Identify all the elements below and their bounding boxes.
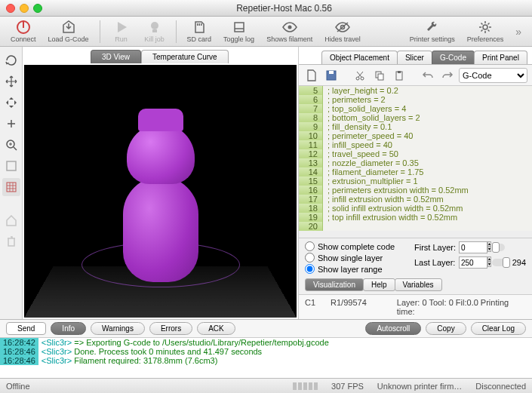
redo-button[interactable] — [439, 67, 456, 84]
window-titlebar: Repetier-Host Mac 0.56 — [0, 0, 532, 17]
gear-icon — [478, 20, 493, 35]
cursor-row: R1/99574 — [331, 298, 367, 316]
first-layer-stepper[interactable]: ▴▾ — [487, 241, 491, 253]
layer-max: 294 — [508, 258, 526, 267]
toggle-log-button[interactable]: Toggle log — [219, 18, 259, 45]
clear-log-button[interactable]: Clear Log — [471, 322, 526, 335]
code-line[interactable]: ; solid infill extrusion width = 0.52mm — [323, 204, 532, 213]
zoom-window-button[interactable] — [33, 4, 42, 13]
line-number: 5 — [299, 86, 323, 95]
copy-button[interactable] — [371, 67, 388, 84]
run-button[interactable]: Run — [106, 18, 137, 45]
close-window-button[interactable] — [6, 4, 15, 13]
tab-temperature-curve[interactable]: Temperature Curve — [141, 50, 229, 63]
undo-button[interactable] — [420, 67, 436, 84]
delete-tool[interactable] — [2, 232, 20, 250]
gcode-editor[interactable]: 5; layer_height = 0.26; perimeters = 27;… — [299, 86, 532, 238]
tab-gcode[interactable]: G-Code — [432, 51, 475, 64]
paste-button[interactable] — [391, 67, 407, 84]
line-number: 18 — [299, 204, 323, 213]
line-number: 20 — [299, 222, 323, 231]
code-line[interactable]: ; perimeters = 2 — [323, 95, 532, 104]
log-errors-tab[interactable]: Errors — [149, 322, 192, 335]
eye-icon — [282, 20, 297, 35]
code-line[interactable]: ; perimeter_speed = 40 — [323, 131, 532, 140]
code-line[interactable]: ; travel_speed = 50 — [323, 149, 532, 158]
view-toolbar — [0, 47, 23, 319]
code-line[interactable]: ; top_solid_layers = 4 — [323, 104, 532, 113]
show-single-radio[interactable]: Show single layer — [305, 253, 411, 263]
model-preview — [108, 109, 214, 282]
save-button[interactable] — [323, 67, 340, 84]
code-line[interactable]: ; infill_speed = 40 — [323, 140, 532, 149]
code-line[interactable]: ; infill extrusion width = 0.52mm — [323, 195, 532, 204]
pan-tool[interactable] — [2, 94, 20, 112]
first-layer-label: First Layer: — [414, 243, 456, 252]
first-layer-input[interactable] — [459, 241, 487, 253]
tab-3d-view[interactable]: 3D View — [91, 50, 141, 63]
tab-variables[interactable]: Variables — [395, 278, 442, 291]
connect-button[interactable]: Connect — [6, 18, 41, 45]
toolbar-overflow-button[interactable]: » — [511, 26, 526, 38]
activity-indicator — [293, 382, 318, 390]
tab-visualization[interactable]: Visualization — [305, 278, 364, 291]
sd-card-button[interactable]: SD card — [183, 18, 217, 45]
line-number: 11 — [299, 140, 323, 149]
tab-print-panel[interactable]: Print Panel — [474, 51, 527, 64]
last-layer-input[interactable] — [459, 256, 487, 269]
code-line[interactable] — [323, 222, 532, 231]
last-layer-slider[interactable] — [492, 259, 505, 266]
code-line[interactable]: ; top infill extrusion width = 0.52mm — [323, 213, 532, 222]
code-line[interactable]: ; perimeters extrusion width = 0.52mm — [323, 186, 532, 195]
grid-tool[interactable] — [2, 178, 20, 196]
line-number: 9 — [299, 122, 323, 131]
log-output[interactable]: 16:28:42<Slic3r> => Exporting G-code to … — [0, 338, 532, 378]
gcode-type-select[interactable]: G-Code — [459, 68, 527, 83]
cut-button[interactable] — [352, 67, 368, 84]
rotate-tool[interactable] — [2, 51, 20, 69]
zoom-tool[interactable] — [2, 115, 20, 133]
fps-status: 307 FPS — [331, 382, 364, 391]
fit-view-tool[interactable] — [2, 157, 20, 175]
minimize-window-button[interactable] — [20, 4, 29, 13]
tab-slicer[interactable]: Slicer — [397, 51, 432, 64]
code-line[interactable]: ; extrusion_multiplier = 1 — [323, 177, 532, 186]
log-message: <Slic3r> => Exporting G-code to /Users/s… — [38, 338, 532, 347]
code-line[interactable]: ; bottom_solid_layers = 2 — [323, 113, 532, 122]
sd-icon — [192, 20, 207, 35]
preferences-button[interactable]: Preferences — [463, 18, 509, 45]
move-arrows-tool[interactable] — [2, 72, 20, 91]
autoscroll-button[interactable]: Autoscroll — [365, 322, 421, 335]
code-line[interactable]: ; filament_diameter = 1.75 — [323, 167, 532, 177]
first-layer-slider[interactable] — [492, 244, 505, 251]
new-file-button[interactable] — [303, 67, 320, 84]
tab-help[interactable]: Help — [363, 278, 395, 291]
log-warnings-tab[interactable]: Warnings — [91, 322, 145, 335]
3d-viewport[interactable] — [24, 65, 297, 318]
log-info-tab[interactable]: Info — [51, 322, 86, 335]
tab-object-placement[interactable]: Object Placement — [321, 51, 398, 64]
svg-rect-7 — [235, 23, 244, 32]
show-complete-radio[interactable]: Show complete code — [305, 241, 411, 251]
svg-point-12 — [483, 25, 487, 29]
kill-job-button[interactable]: Kill job — [140, 18, 170, 45]
svg-rect-26 — [398, 71, 401, 73]
log-ack-tab[interactable]: ACK — [197, 322, 235, 335]
home-tool[interactable] — [2, 211, 20, 229]
code-line[interactable]: ; fill_density = 0.1 — [323, 122, 532, 131]
load-gcode-button[interactable]: Load G-Code — [44, 18, 94, 45]
line-number: 16 — [299, 186, 323, 195]
zoom-in-tool[interactable] — [2, 136, 20, 154]
code-line[interactable]: ; nozzle_diameter = 0.35 — [323, 158, 532, 167]
printer-settings-button[interactable]: Printer settings — [405, 18, 460, 45]
connect-icon — [16, 20, 31, 35]
last-layer-stepper[interactable]: ▴▾ — [487, 256, 491, 269]
svg-point-21 — [356, 77, 359, 80]
hides-travel-button[interactable]: Hides travel — [320, 18, 365, 45]
wrench-icon — [425, 20, 440, 35]
show-range-radio[interactable]: Show layer range — [305, 264, 411, 274]
shows-filament-button[interactable]: Shows filament — [262, 18, 317, 45]
log-send-button[interactable]: Send — [6, 322, 46, 335]
code-line[interactable]: ; layer_height = 0.2 — [323, 86, 532, 95]
copy-log-button[interactable]: Copy — [426, 322, 466, 335]
